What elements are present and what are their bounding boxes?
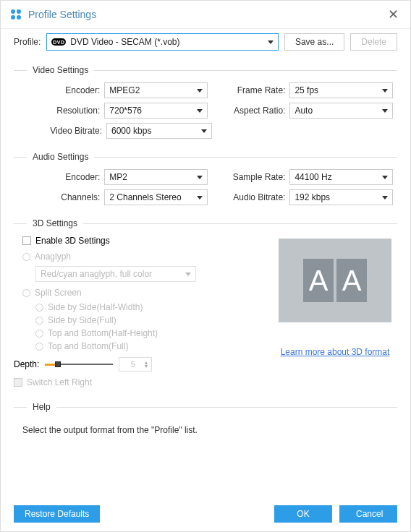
frame-rate-select[interactable]: 25 fps [289,82,393,98]
video-settings-title: Video Settings [27,65,94,75]
3d-preview: A A [279,239,391,322]
tab-full-row: Top and Bottom(Full) [35,341,277,351]
frame-rate-label: Frame Rate: [230,85,289,95]
chevron-down-icon [382,176,388,179]
save-as-button[interactable]: Save as... [284,33,344,51]
chevron-down-icon [268,40,274,44]
enable-3d-label: Enable 3D Settings [35,236,110,246]
video-settings-header: Video Settings [14,65,397,75]
3d-preview-right: A [336,259,367,302]
spinner-arrows-icon: ▲▼ [143,361,148,368]
depth-spinner: 5 ▲▼ [119,357,152,372]
audio-bitrate-label: Audio Bitrate: [230,192,289,202]
anaglyph-radio [22,253,30,261]
audio-settings-header: Audio Settings [14,152,397,162]
profile-select[interactable]: DVD DVD Video - SECAM (*.vob) [46,33,279,51]
split-screen-options: Side by Side(Half-Width) Side by Side(Fu… [22,302,277,351]
chevron-down-icon [197,89,203,93]
3d-preview-column: A A Learn more about 3D format [277,236,393,393]
enable-3d-checkbox[interactable] [22,236,31,245]
svg-point-1 [17,9,21,14]
sbs-full-radio [35,317,43,325]
delete-button: Delete [350,33,397,51]
anaglyph-label: Anaglyph [35,252,71,262]
video-bitrate-label: Video Bitrate: [18,126,106,136]
chevron-down-icon [197,176,203,179]
anaglyph-radio-row: Anaglyph [22,252,277,262]
audio-bitrate-select[interactable]: 192 kbps [289,189,393,205]
ok-button[interactable]: OK [274,505,332,523]
chevron-down-icon [197,196,203,200]
depth-label: Depth: [14,359,39,369]
window-title: Profile Settings [28,9,385,20]
chevron-down-icon [382,109,388,113]
help-header: Help [14,402,397,412]
split-screen-label: Split Screen [35,288,82,298]
profile-row: Profile: DVD DVD Video - SECAM (*.vob) S… [14,33,397,51]
chevron-down-icon [201,129,207,133]
aspect-ratio-select[interactable]: Auto [289,103,393,119]
audio-encoder-label: Encoder: [18,172,104,182]
channels-select[interactable]: 2 Channels Stereo [104,189,208,205]
switch-lr-label: Switch Left Right [27,377,92,387]
audio-settings-title: Audio Settings [27,152,94,162]
svg-point-0 [11,9,15,14]
close-icon[interactable]: ✕ [385,7,402,22]
enable-3d-checkbox-row[interactable]: Enable 3D Settings [22,236,277,246]
switch-lr-row: Switch Left Right [14,377,277,387]
tab-full-radio [35,343,43,351]
app-icon [9,8,22,21]
channels-label: Channels: [18,192,104,202]
audio-settings-grid: Encoder: MP2 Sample Rate: 44100 Hz Chann… [14,169,397,214]
svg-point-2 [11,15,15,20]
profile-selected-text: DVD Video - SECAM (*.vob) [70,37,263,47]
depth-row: Depth: 5 ▲▼ [14,357,277,372]
slider-thumb [55,361,61,367]
video-settings-grid: Encoder: MPEG2 Frame Rate: 25 fps Resolu… [14,82,397,147]
video-encoder-label: Encoder: [18,85,104,95]
footer: Restore Defaults OK Cancel [1,498,410,531]
switch-lr-checkbox [14,378,22,387]
sbs-half-row: Side by Side(Half-Width) [35,302,277,312]
svg-point-3 [17,15,21,20]
video-bitrate-select[interactable]: 6000 kbps [106,123,212,139]
3d-settings-title: 3D Settings [27,218,83,228]
profile-label: Profile: [14,37,41,47]
cancel-button[interactable]: Cancel [339,505,397,523]
3d-settings-body: Enable 3D Settings Anaglyph Red/cyan ana… [14,236,397,393]
split-screen-radio [22,289,30,297]
help-text: Select the output format from the "Profi… [14,419,397,437]
sbs-full-row: Side by Side(Full) [35,315,277,325]
chevron-down-icon [382,196,388,200]
dvd-icon: DVD [51,38,66,46]
depth-slider [45,359,113,369]
3d-settings-header: 3D Settings [14,218,397,228]
chevron-down-icon [382,89,388,93]
content-area: Profile: DVD DVD Video - SECAM (*.vob) S… [1,29,410,498]
split-screen-radio-row: Split Screen [22,288,277,298]
help-title: Help [27,402,56,412]
audio-encoder-select[interactable]: MP2 [104,169,208,185]
depth-value: 5 [122,360,143,369]
tab-half-row: Top and Bottom(Half-Height) [35,328,277,338]
restore-defaults-button[interactable]: Restore Defaults [14,505,100,523]
sbs-half-radio [35,304,43,312]
3d-settings-options: Enable 3D Settings Anaglyph Red/cyan ana… [22,236,277,393]
resolution-select[interactable]: 720*576 [104,103,208,119]
learn-more-3d-link[interactable]: Learn more about 3D format [281,347,390,357]
profile-settings-window: Profile Settings ✕ Profile: DVD DVD Vide… [0,0,411,532]
3d-preview-left: A [303,259,334,302]
anaglyph-mode-select: Red/cyan anaglyph, full color [35,266,196,282]
resolution-label: Resolution: [18,106,104,116]
video-encoder-select[interactable]: MPEG2 [104,82,208,98]
tab-half-radio [35,330,43,338]
chevron-down-icon [197,109,203,113]
aspect-ratio-label: Aspect Ratio: [230,106,289,116]
sample-rate-label: Sample Rate: [230,172,289,182]
titlebar: Profile Settings ✕ [1,1,410,29]
chevron-down-icon [185,273,191,276]
sample-rate-select[interactable]: 44100 Hz [289,169,393,185]
